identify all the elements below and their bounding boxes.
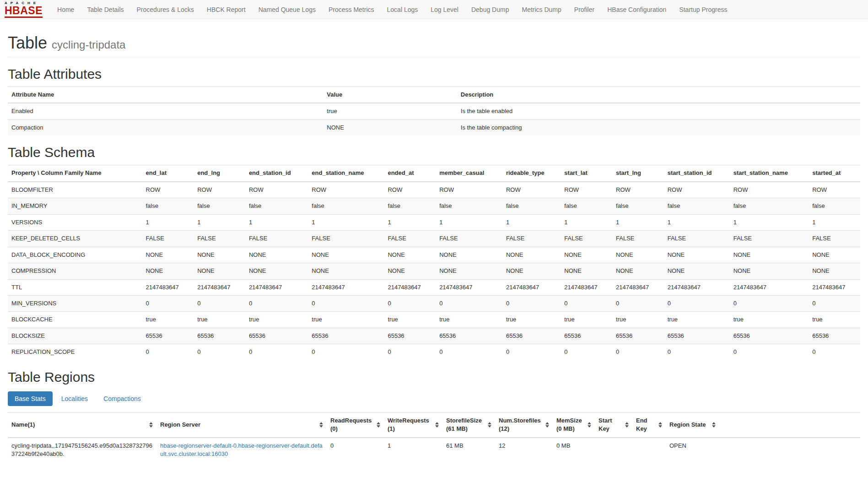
schema-value-cell: 0 — [502, 344, 561, 360]
sort-icon[interactable] — [149, 422, 153, 428]
sort-icon[interactable] — [625, 422, 629, 428]
regions-column-label: MemSize (0 MB) — [556, 417, 585, 433]
nav-item-profiler[interactable]: Profiler — [568, 1, 601, 18]
nav-item-table-details[interactable]: Table Details — [81, 1, 130, 18]
schema-value-cell: NONE — [561, 247, 612, 263]
sort-icon[interactable] — [588, 422, 591, 428]
schema-row: IN_MEMORYfalsefalsefalsefalsefalsefalsef… — [8, 198, 860, 214]
schema-header-row: Property \ Column Family Nameend_latend_… — [8, 165, 860, 182]
regions-column-header[interactable]: Region Server — [156, 412, 327, 437]
schema-value-cell: 2147483647 — [612, 279, 664, 295]
schema-value-cell: 2147483647 — [809, 279, 860, 295]
regions-column-header[interactable]: ReadRequests (0) — [327, 412, 384, 437]
region-read-requests: 0 — [327, 438, 384, 462]
schema-value-cell: FALSE — [664, 231, 730, 247]
regions-column-header[interactable]: Region State — [666, 412, 860, 437]
schema-value-cell: true — [502, 312, 561, 328]
schema-value-cell: 2147483647 — [436, 279, 502, 295]
nav-item-home[interactable]: Home — [51, 1, 81, 18]
nav-item-debug-dump[interactable]: Debug Dump — [465, 1, 516, 18]
schema-value-cell: false — [436, 198, 502, 214]
schema-value-cell: 0 — [664, 344, 730, 360]
tab-base-stats[interactable]: Base Stats — [8, 391, 53, 406]
schema-value-cell: 0 — [384, 295, 436, 311]
attribute-cell: NONE — [323, 119, 457, 135]
attribute-cell: true — [323, 103, 457, 119]
schema-value-cell: true — [194, 312, 245, 328]
schema-value-cell: 1 — [502, 214, 561, 230]
schema-value-cell: NONE — [664, 247, 730, 263]
nav-item-named-queue-logs[interactable]: Named Queue Logs — [252, 1, 322, 18]
schema-value-cell: NONE — [308, 263, 384, 279]
nav-item-log-level[interactable]: Log Level — [424, 1, 465, 18]
nav-item-process-metrics[interactable]: Process Metrics — [322, 1, 381, 18]
schema-value-cell: false — [612, 198, 664, 214]
schema-property-name: KEEP_DELETED_CELLS — [8, 231, 142, 247]
sort-icon[interactable] — [712, 422, 716, 428]
schema-property-name: IN_MEMORY — [8, 198, 142, 214]
schema-value-cell: 2147483647 — [561, 279, 612, 295]
nav-item-metrics-dump[interactable]: Metrics Dump — [515, 1, 567, 18]
schema-value-cell: false — [308, 198, 384, 214]
top-navbar: APACHE HBASE HomeTable DetailsProcedures… — [0, 0, 868, 19]
regions-column-label: ReadRequests (0) — [330, 417, 374, 433]
schema-value-cell: NONE — [436, 263, 502, 279]
regions-column-header[interactable]: Start Key — [595, 412, 632, 437]
region-row: cycling-tripdata,,1719475156245.e95d0a13… — [8, 438, 860, 462]
hbase-logo[interactable]: APACHE HBASE — [5, 1, 43, 18]
schema-value-cell: 2147483647 — [245, 279, 308, 295]
schema-value-cell: ROW — [384, 182, 436, 198]
sort-icon[interactable] — [319, 422, 323, 428]
schema-value-cell: 0 — [194, 295, 245, 311]
schema-property-name: BLOOMFILTER — [8, 182, 142, 198]
schema-value-cell: 2147483647 — [194, 279, 245, 295]
nav-item-local-logs[interactable]: Local Logs — [381, 1, 425, 18]
sort-icon[interactable] — [377, 422, 380, 428]
schema-value-cell: NONE — [809, 247, 860, 263]
sort-icon[interactable] — [658, 422, 662, 428]
nav-item-startup-progress[interactable]: Startup Progress — [673, 1, 733, 18]
regions-header-row: Name(1)Region ServerReadRequests (0)Writ… — [8, 412, 860, 437]
schema-family-header: end_lat — [142, 165, 194, 182]
schema-row: COMPRESSIONNONENONENONENONENONENONENONEN… — [8, 263, 860, 279]
schema-value-cell: true — [384, 312, 436, 328]
schema-value-cell: NONE — [809, 263, 860, 279]
schema-value-cell: 1 — [612, 214, 664, 230]
region-state: OPEN — [666, 438, 860, 462]
schema-family-header: start_station_id — [664, 165, 730, 182]
regions-column-header[interactable]: MemSize (0 MB) — [553, 412, 595, 437]
regions-column-header[interactable]: WriteRequests (1) — [384, 412, 442, 437]
nav-item-hbck-report[interactable]: HBCK Report — [200, 1, 252, 18]
regions-column-label: WriteRequests (1) — [388, 417, 432, 433]
schema-value-cell: NONE — [245, 263, 308, 279]
nav-item-procedures-locks[interactable]: Procedures & Locks — [130, 1, 200, 18]
schema-value-cell: 2147483647 — [308, 279, 384, 295]
schema-row: TTL2147483647214748364721474836472147483… — [8, 279, 860, 295]
schema-value-cell: 65536 — [561, 328, 612, 344]
sort-icon[interactable] — [488, 422, 491, 428]
tab-localities[interactable]: Localities — [54, 391, 95, 406]
regions-column-header[interactable]: End Key — [632, 412, 666, 437]
nav-item-hbase-configuration[interactable]: HBase Configuration — [601, 1, 673, 18]
schema-row: MIN_VERSIONS000000000000 — [8, 295, 860, 311]
schema-value-cell: NONE — [308, 247, 384, 263]
region-write-requests: 1 — [384, 438, 442, 462]
sort-icon[interactable] — [545, 422, 549, 428]
tab-compactions[interactable]: Compactions — [97, 391, 148, 406]
regions-column-header[interactable]: StorefileSize (61 MB) — [442, 412, 495, 437]
schema-value-cell: 0 — [308, 295, 384, 311]
schema-value-cell: 2147483647 — [664, 279, 730, 295]
regions-column-header[interactable]: Name(1) — [8, 412, 156, 437]
region-server-link[interactable]: hbase-regionserver-default-0.hbase-regio… — [160, 442, 323, 457]
schema-value-cell: 0 — [436, 295, 502, 311]
schema-value-cell: 65536 — [730, 328, 809, 344]
schema-value-cell: ROW — [612, 182, 664, 198]
schema-value-cell: 1 — [142, 214, 194, 230]
schema-value-cell: 65536 — [664, 328, 730, 344]
sort-icon[interactable] — [435, 422, 439, 428]
schema-value-cell: true — [561, 312, 612, 328]
regions-column-header[interactable]: Num.Storefiles (12) — [495, 412, 553, 437]
schema-value-cell: ROW — [809, 182, 860, 198]
schema-value-cell: 0 — [502, 295, 561, 311]
attribute-cell: Is the table enabled — [457, 103, 860, 119]
